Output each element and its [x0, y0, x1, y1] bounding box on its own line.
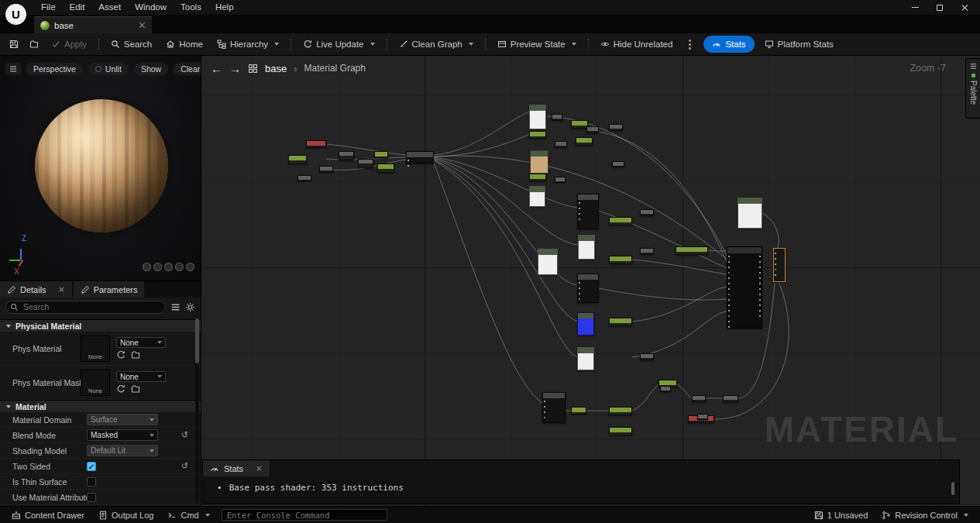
tab-details[interactable]: Details [0, 281, 72, 298]
home-button[interactable]: Home [160, 36, 209, 53]
graph-node-s[interactable] [612, 161, 624, 167]
graph-node-s[interactable] [660, 386, 671, 392]
graph-node-s[interactable] [697, 414, 708, 420]
property-dropdown[interactable]: Default Lit [87, 445, 158, 456]
preview-state-button[interactable]: Preview State [491, 36, 583, 53]
tab-base[interactable]: base [34, 16, 152, 33]
stats-button[interactable]: Stats [703, 36, 754, 53]
viewport-menu-button[interactable] [5, 62, 22, 76]
graph-node-w[interactable] [529, 105, 546, 129]
graph-node-g[interactable] [571, 407, 586, 415]
platform-stats-button[interactable]: Platform Stats [758, 36, 840, 53]
section-header[interactable]: Material [0, 400, 201, 412]
clearsky-button[interactable]: ClearSky (Sha [173, 62, 201, 76]
graph-node-s[interactable] [552, 114, 562, 121]
overflow-button[interactable] [680, 36, 700, 53]
use-selected-button[interactable] [116, 384, 126, 394]
minimize-button[interactable] [903, 0, 927, 15]
graph-node-g[interactable] [374, 151, 388, 158]
save-button[interactable] [5, 36, 23, 53]
viewport-option-button[interactable] [186, 263, 194, 271]
graph-node-g[interactable] [609, 256, 632, 264]
asset-thumbnail[interactable]: None [81, 335, 110, 362]
output-log-button[interactable]: Output Log [93, 507, 159, 523]
perspective-button[interactable]: Perspective [26, 62, 84, 76]
graph-node-d[interactable] [406, 151, 434, 163]
unsaved-button[interactable]: 1 Unsaved [809, 507, 874, 523]
scrollbar-thumb[interactable] [195, 318, 199, 363]
graph-node-w[interactable] [538, 249, 558, 275]
asset-thumbnail[interactable]: None [81, 370, 110, 396]
property-dropdown[interactable]: Masked [87, 429, 158, 441]
palette-tab[interactable]: Palette [965, 58, 980, 119]
graph-node-w[interactable] [578, 235, 595, 260]
breadcrumb-root[interactable]: base [265, 63, 287, 74]
close-tab-icon[interactable] [139, 22, 146, 29]
property-checkbox[interactable] [87, 493, 96, 502]
gear-icon[interactable] [185, 302, 195, 312]
menu-edit[interactable]: Edit [63, 0, 92, 15]
graph-node-g[interactable] [571, 120, 588, 129]
preview-viewport[interactable]: PerspectiveUnlitShowClearSky (Sha Z X [0, 56, 201, 280]
menu-tools[interactable]: Tools [174, 0, 208, 15]
material-graph[interactable]: ← → base › Material Graph Zoom -7 MATERI… [201, 56, 980, 506]
asset-dropdown[interactable]: None [116, 371, 166, 382]
console-input[interactable] [222, 509, 387, 521]
viewport-option-button[interactable] [164, 263, 173, 271]
viewport-option-button[interactable] [153, 263, 162, 271]
unlit-button[interactable]: Unlit [88, 62, 129, 76]
clean-graph-button[interactable]: Clean Graph [393, 36, 480, 53]
graph-node-gold[interactable] [773, 248, 786, 282]
stats-tab[interactable]: Stats [203, 460, 270, 477]
close-details-icon[interactable] [58, 287, 64, 293]
graph-node-w[interactable] [577, 347, 594, 370]
graph-node-d[interactable] [577, 194, 599, 229]
graph-node-g[interactable] [609, 318, 632, 326]
cmd-button[interactable]: Cmd [162, 507, 215, 523]
details-search-input[interactable] [5, 301, 166, 314]
asset-dropdown[interactable]: None [116, 337, 166, 348]
graph-node-s[interactable] [339, 151, 354, 160]
live-update-button[interactable]: Live Update [297, 36, 380, 53]
graph-node-d[interactable] [542, 392, 566, 423]
property-checkbox[interactable]: ✓ [87, 462, 96, 471]
hierarchy-button[interactable]: Hierarchy [211, 36, 285, 53]
graph-node-s[interactable] [555, 177, 566, 183]
graph-node-s[interactable] [319, 166, 333, 173]
graph-node-s[interactable] [609, 124, 623, 131]
apply-button[interactable]: Apply [45, 36, 93, 53]
reset-to-default-icon[interactable]: ↺ [181, 462, 188, 470]
browse-button[interactable] [25, 36, 43, 53]
menu-asset[interactable]: Asset [91, 0, 128, 15]
unreal-logo[interactable]: U [5, 4, 26, 25]
graph-node-g[interactable] [377, 163, 394, 173]
close-button[interactable] [952, 0, 977, 15]
menu-file[interactable]: File [34, 0, 63, 15]
graph-node-g[interactable] [288, 155, 307, 164]
graph-node-w[interactable] [738, 198, 762, 229]
stats-scrollbar[interactable] [951, 482, 954, 495]
forward-button[interactable]: → [229, 63, 241, 74]
graph-node-g[interactable] [529, 131, 546, 139]
graph-node-s[interactable] [297, 175, 311, 181]
browse-asset-button[interactable] [131, 384, 140, 394]
show-button[interactable]: Show [133, 62, 169, 76]
graph-node-g[interactable] [609, 217, 632, 225]
graph-node-w[interactable] [529, 186, 545, 207]
graph-node-g[interactable] [609, 427, 632, 435]
graph-node-g[interactable] [609, 407, 632, 415]
graph-node-s[interactable] [640, 248, 654, 255]
property-checkbox[interactable] [87, 477, 96, 487]
use-selected-button[interactable] [116, 350, 126, 360]
close-stats-icon[interactable] [256, 466, 263, 472]
browse-asset-button[interactable] [131, 350, 140, 360]
section-header[interactable]: Physical Material [0, 319, 201, 332]
graph-node-g[interactable] [676, 246, 708, 255]
graph-node-blue[interactable] [577, 312, 594, 335]
graph-node-s[interactable] [586, 126, 599, 133]
graph-node-g[interactable] [529, 174, 546, 181]
menu-window[interactable]: Window [128, 0, 174, 15]
search-button[interactable]: Search [105, 36, 158, 53]
graph-node-main[interactable] [727, 246, 762, 329]
graph-node-s[interactable] [640, 209, 654, 216]
